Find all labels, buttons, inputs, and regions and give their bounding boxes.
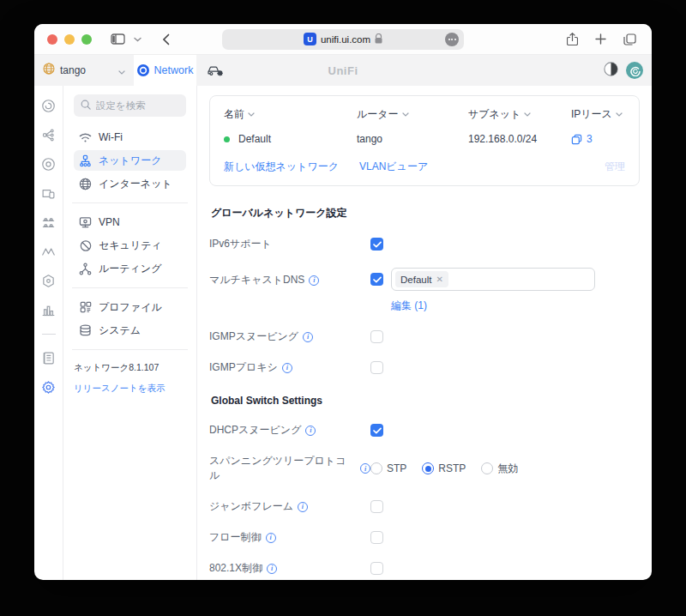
dashboard-icon[interactable]: [41, 99, 56, 113]
rail-divider: [42, 334, 56, 335]
dhcp-snooping-checkbox[interactable]: [370, 424, 383, 437]
igmp-proxy-label: IGMPプロキシ i: [209, 360, 370, 375]
page-more-button[interactable]: [445, 33, 459, 46]
sidebar-item-system[interactable]: システム: [74, 320, 186, 341]
sidebar-item-profiles[interactable]: プロファイル: [74, 297, 186, 317]
traffic-flows-icon[interactable]: [41, 245, 56, 259]
networks-settings-panel: 名前 ルーター サブネット IPリース: [197, 86, 652, 580]
igmp-snooping-checkbox[interactable]: [370, 330, 383, 343]
app-topbar: tango Network: [34, 55, 652, 86]
vpn-monitor-icon: [79, 216, 92, 229]
sidebar-item-networks[interactable]: ネットワーク: [74, 150, 186, 171]
info-icon[interactable]: i: [360, 463, 370, 474]
global-switch-settings-title: Global Switch Settings: [211, 395, 638, 407]
app-title: UniFi: [328, 64, 358, 77]
8021x-control-checkbox[interactable]: [370, 562, 383, 575]
mdns-networks-input[interactable]: Default ✕: [391, 268, 595, 291]
site-name: tango: [60, 64, 113, 76]
column-header-name[interactable]: 名前: [224, 107, 357, 122]
dhcp-snooping-label: DHCPスヌーピング i: [209, 423, 370, 438]
info-icon[interactable]: i: [309, 275, 319, 286]
lock-icon: [375, 32, 382, 47]
ipv6-label: IPv6サポート: [209, 237, 370, 251]
logs-icon[interactable]: [41, 351, 56, 365]
close-window-button[interactable]: [47, 34, 57, 45]
search-input[interactable]: [96, 100, 179, 111]
info-icon[interactable]: i: [303, 332, 313, 342]
global-network-settings-title: グローバルネットワーク設定: [211, 206, 638, 220]
user-avatar[interactable]: [626, 62, 643, 79]
settings-gear-icon[interactable]: [41, 380, 56, 395]
minimize-window-button[interactable]: [64, 34, 75, 45]
ip-leases-cell: 3: [571, 133, 625, 145]
network-topology-icon: [79, 154, 92, 167]
sort-chevron-icon: [616, 112, 623, 117]
mdns-edit-link[interactable]: 編集 (1): [391, 299, 595, 313]
ip-leases-link[interactable]: 3: [571, 133, 593, 145]
statistics-icon[interactable]: [41, 303, 56, 317]
sidebar-divider: [72, 287, 188, 288]
leases-icon: [571, 134, 582, 145]
shield-icon: [79, 239, 92, 252]
ipv6-checkbox[interactable]: [370, 238, 383, 251]
flow-control-checkbox[interactable]: [370, 531, 383, 544]
share-icon[interactable]: [567, 33, 578, 46]
tab-overview-icon[interactable]: [623, 33, 636, 45]
remove-tag-icon[interactable]: ✕: [436, 275, 442, 284]
sidebar-item-label: セキュリティ: [99, 239, 162, 253]
clients-icon[interactable]: [41, 186, 56, 201]
tab-network[interactable]: Network: [134, 55, 196, 86]
info-icon[interactable]: i: [266, 533, 276, 543]
info-icon[interactable]: i: [305, 426, 316, 436]
mdns-checkbox[interactable]: [370, 273, 383, 286]
app-icon-rail: [34, 86, 63, 580]
radio-option-disabled[interactable]: 無効: [481, 462, 518, 476]
jumbo-frame-label: ジャンボフレーム i: [209, 499, 370, 514]
info-icon[interactable]: i: [267, 564, 277, 574]
chevron-down-icon[interactable]: [134, 37, 141, 42]
flow-control-label: フロー制御 i: [209, 530, 370, 545]
igmp-proxy-checkbox[interactable]: [370, 361, 383, 374]
new-tab-icon[interactable]: [595, 33, 606, 45]
router-cell: tango: [357, 133, 468, 145]
network-tab-label: Network: [154, 64, 194, 76]
app-version: ネットワーク8.1.107: [74, 362, 186, 374]
device-vehicle-icon[interactable]: [208, 55, 224, 86]
vlan-viewer-link[interactable]: VLANビューア: [359, 160, 428, 174]
column-header-subnet[interactable]: サブネット: [468, 107, 571, 122]
sidebar-item-wifi[interactable]: Wi-Fi: [74, 127, 186, 148]
manage-link-disabled: 管理: [605, 160, 625, 174]
search-icon: [81, 100, 91, 112]
new-virtual-network-link[interactable]: 新しい仮想ネットワーク: [224, 160, 339, 174]
zoom-window-button[interactable]: [81, 34, 92, 45]
browser-window: U unifi.ui.com: [34, 24, 652, 580]
sort-chevron-icon: [524, 112, 531, 117]
radio-option-rstp[interactable]: RSTP: [422, 462, 466, 474]
sidebar-item-label: VPN: [99, 216, 120, 228]
sidebar-item-security[interactable]: セキュリティ: [74, 235, 186, 256]
table-row[interactable]: Default tango 192.168.0.0/24 3: [224, 133, 625, 145]
jumbo-frame-checkbox[interactable]: [370, 500, 383, 513]
column-header-ip-leases[interactable]: IPリース: [571, 107, 625, 122]
topology-icon[interactable]: [41, 128, 56, 142]
sidebar-item-label: ネットワーク: [99, 154, 161, 168]
sidebar-item-routing[interactable]: ルーティング: [74, 258, 186, 279]
column-header-router[interactable]: ルーター: [357, 107, 468, 122]
sidebar-toggle-icon[interactable]: [111, 33, 125, 45]
setting-row-mdns: マルチキャストDNS i Default ✕: [209, 268, 640, 313]
insights-icon[interactable]: [41, 215, 56, 230]
release-notes-link[interactable]: リリースノートを表示: [74, 383, 186, 395]
info-icon[interactable]: i: [282, 363, 292, 373]
sidebar-item-vpn[interactable]: VPN: [74, 212, 186, 233]
back-button[interactable]: [162, 33, 170, 45]
theme-toggle-icon[interactable]: [604, 62, 618, 80]
radio-option-stp[interactable]: STP: [370, 462, 406, 474]
settings-search[interactable]: [74, 94, 186, 117]
info-icon[interactable]: i: [298, 502, 308, 512]
sidebar-item-internet[interactable]: インターネット: [74, 173, 186, 194]
radios-icon[interactable]: [41, 274, 56, 288]
setting-row-jumbo-frame: ジャンボフレーム i: [209, 499, 640, 514]
address-bar[interactable]: U unifi.ui.com: [222, 29, 464, 50]
devices-icon[interactable]: [41, 157, 56, 172]
site-selector[interactable]: tango: [34, 55, 134, 86]
